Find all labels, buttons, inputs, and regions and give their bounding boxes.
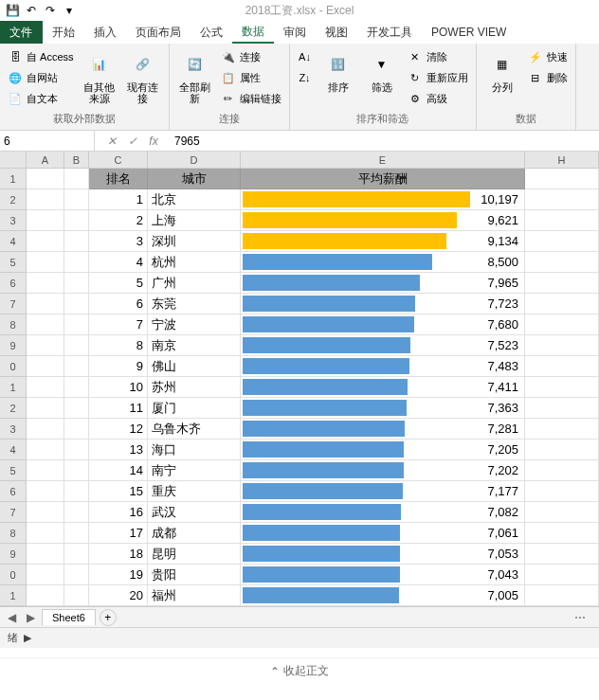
from-text-button[interactable]: 📄自文本 — [6, 89, 76, 108]
cell[interactable] — [27, 544, 64, 565]
cell[interactable] — [64, 565, 89, 585]
row-header[interactable]: 0 — [0, 565, 27, 585]
refresh-all-button[interactable]: 🔄全部刷新 — [175, 45, 215, 104]
salary-cell[interactable]: 8,500 — [241, 252, 525, 273]
rank-cell[interactable]: 13 — [89, 440, 148, 460]
cell[interactable] — [525, 419, 599, 440]
city-cell[interactable]: 成都 — [148, 523, 241, 544]
city-cell[interactable]: 杭州 — [148, 252, 241, 273]
tab-data[interactable]: 数据 — [232, 21, 274, 44]
rank-cell[interactable]: 1 — [89, 189, 148, 210]
cell[interactable] — [525, 585, 599, 606]
undo-icon[interactable]: ↶ — [23, 2, 40, 19]
cell[interactable] — [64, 210, 89, 231]
header-city[interactable]: 城市 — [148, 169, 241, 189]
cell[interactable] — [525, 460, 599, 481]
header-salary[interactable]: 平均薪酬 — [241, 169, 525, 189]
cell[interactable] — [525, 189, 599, 210]
rank-cell[interactable]: 9 — [89, 356, 148, 377]
salary-cell[interactable]: 7,061 — [241, 523, 525, 544]
cell[interactable] — [64, 460, 89, 481]
row-header[interactable]: 6 — [0, 273, 27, 294]
cell[interactable] — [64, 523, 89, 544]
city-cell[interactable]: 上海 — [148, 210, 241, 231]
cell[interactable] — [27, 523, 64, 544]
cell[interactable] — [27, 398, 64, 419]
tab-layout[interactable]: 页面布局 — [126, 21, 191, 44]
cell[interactable] — [64, 189, 89, 210]
city-cell[interactable]: 北京 — [148, 189, 241, 210]
cell[interactable] — [525, 565, 599, 585]
col-header-C[interactable]: C — [89, 152, 148, 168]
col-header-B[interactable]: B — [64, 152, 89, 168]
col-header-H[interactable]: H — [525, 152, 599, 168]
cell[interactable] — [27, 169, 64, 189]
row-header[interactable]: 5 — [0, 252, 27, 273]
add-sheet-icon[interactable]: + — [100, 609, 117, 626]
cell[interactable] — [64, 502, 89, 523]
name-box[interactable]: 6 — [0, 131, 95, 151]
row-header[interactable]: 4 — [0, 440, 27, 460]
clear-button[interactable]: ✕清除 — [406, 47, 470, 66]
row-header[interactable]: 3 — [0, 210, 27, 231]
rank-cell[interactable]: 2 — [89, 210, 148, 231]
salary-cell[interactable]: 7,483 — [241, 356, 525, 377]
cell[interactable] — [27, 273, 64, 294]
city-cell[interactable]: 南宁 — [148, 460, 241, 481]
rank-cell[interactable]: 12 — [89, 419, 148, 440]
cell[interactable] — [64, 419, 89, 440]
remove-dup-button[interactable]: ⊟删除 — [526, 68, 570, 87]
salary-cell[interactable]: 7,363 — [241, 398, 525, 419]
rank-cell[interactable]: 14 — [89, 460, 148, 481]
row-header[interactable]: 6 — [0, 481, 27, 502]
rank-cell[interactable]: 17 — [89, 523, 148, 544]
from-other-button[interactable]: 📊自其他来源 — [80, 45, 119, 104]
salary-cell[interactable]: 9,621 — [241, 210, 525, 231]
cell[interactable] — [64, 294, 89, 314]
cell[interactable] — [525, 169, 599, 189]
cell[interactable] — [525, 356, 599, 377]
tab-home[interactable]: 开始 — [43, 21, 84, 44]
row-header[interactable]: 8 — [0, 314, 27, 335]
salary-cell[interactable]: 7,202 — [241, 460, 525, 481]
salary-cell[interactable]: 7,205 — [241, 440, 525, 460]
reapply-button[interactable]: ↻重新应用 — [406, 68, 470, 87]
city-cell[interactable]: 贵阳 — [148, 565, 241, 585]
cell[interactable] — [27, 314, 64, 335]
cell[interactable] — [27, 481, 64, 502]
cell[interactable] — [525, 252, 599, 273]
city-cell[interactable]: 苏州 — [148, 377, 241, 398]
salary-cell[interactable]: 10,197 — [241, 189, 525, 210]
cell[interactable] — [64, 314, 89, 335]
cell[interactable] — [64, 335, 89, 356]
row-header[interactable]: 7 — [0, 502, 27, 523]
salary-cell[interactable]: 7,965 — [241, 273, 525, 294]
rank-cell[interactable]: 6 — [89, 294, 148, 314]
cell[interactable] — [27, 419, 64, 440]
tab-review[interactable]: 审阅 — [274, 21, 316, 44]
city-cell[interactable]: 佛山 — [148, 356, 241, 377]
row-header[interactable]: 1 — [0, 585, 27, 606]
row-header[interactable]: 1 — [0, 169, 27, 189]
city-cell[interactable]: 福州 — [148, 585, 241, 606]
cell[interactable] — [525, 294, 599, 314]
cell[interactable] — [525, 398, 599, 419]
cell[interactable] — [27, 440, 64, 460]
cell[interactable] — [64, 169, 89, 189]
rank-cell[interactable]: 11 — [89, 398, 148, 419]
cell[interactable] — [64, 273, 89, 294]
row-header[interactable]: 1 — [0, 377, 27, 398]
salary-cell[interactable]: 7,082 — [241, 502, 525, 523]
cell[interactable] — [64, 440, 89, 460]
rank-cell[interactable]: 18 — [89, 544, 148, 565]
enter-icon[interactable]: ✓ — [123, 133, 142, 150]
rank-cell[interactable]: 16 — [89, 502, 148, 523]
row-header[interactable]: 8 — [0, 523, 27, 544]
row-header[interactable]: 0 — [0, 356, 27, 377]
rank-cell[interactable]: 19 — [89, 565, 148, 585]
salary-cell[interactable]: 7,723 — [241, 294, 525, 314]
city-cell[interactable]: 乌鲁木齐 — [148, 419, 241, 440]
city-cell[interactable]: 深圳 — [148, 231, 241, 252]
cell[interactable] — [525, 440, 599, 460]
cell[interactable] — [27, 189, 64, 210]
